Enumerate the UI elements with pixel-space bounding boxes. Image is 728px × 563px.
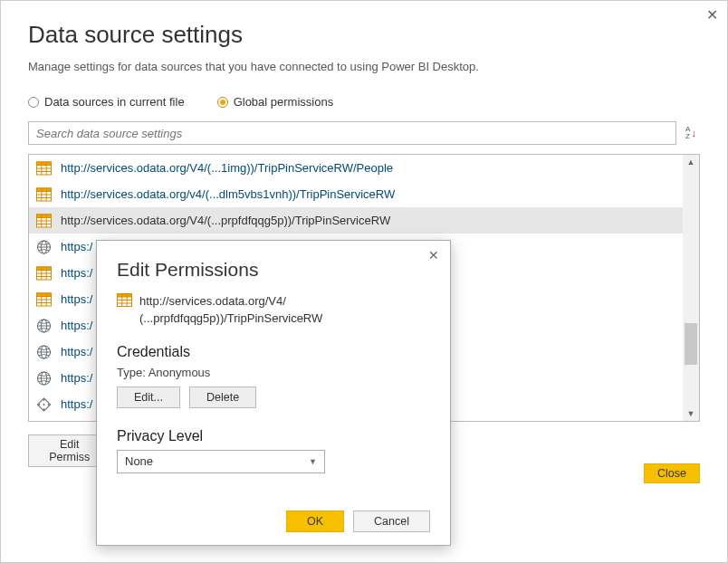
list-item-label: https:/ <box>61 292 92 306</box>
list-item[interactable]: http://services.odata.org/V4/(...prpfdfq… <box>29 207 683 234</box>
list-item[interactable]: http://services.odata.org/v4/(...dlm5vbs… <box>29 181 683 207</box>
privacy-heading: Privacy Level <box>117 428 430 444</box>
scroll-thumb[interactable] <box>685 323 697 365</box>
edit-permissions-dialog: ✕ Edit Permissions http://services.odata… <box>96 240 451 546</box>
modal-close-icon[interactable]: ✕ <box>428 248 439 262</box>
table-icon <box>36 266 52 280</box>
radio-global-permissions[interactable]: Global permissions <box>217 95 334 109</box>
list-item-label: https:/ <box>61 240 92 253</box>
sort-z: Z <box>685 133 690 140</box>
close-button[interactable]: Close <box>644 463 700 483</box>
sort-button[interactable]: A Z ↓ <box>682 124 700 142</box>
credentials-heading: Credentials <box>117 344 430 360</box>
privacy-level-value: None <box>125 454 153 468</box>
scroll-down-icon[interactable]: ▼ <box>687 406 695 421</box>
table-icon <box>117 293 132 307</box>
modal-source-text: http://services.odata.org/V4/ (...prpfdf… <box>139 293 322 328</box>
table-icon <box>36 292 52 306</box>
close-icon[interactable]: ✕ <box>706 6 718 24</box>
radio-current-file[interactable]: Data sources in current file <box>28 95 185 109</box>
radio-global-label: Global permissions <box>234 95 334 109</box>
list-item[interactable]: http://services.odata.org/V4/(...1img))/… <box>29 155 683 181</box>
list-item-label: https:/ <box>61 371 92 385</box>
list-item-label: https:/ <box>61 266 92 280</box>
delete-credentials-button[interactable]: Delete <box>189 386 256 408</box>
radio-dot-icon <box>28 97 39 108</box>
radio-current-file-label: Data sources in current file <box>44 95 185 109</box>
chevron-down-icon: ▼ <box>309 457 317 466</box>
modal-source-line2: (...prpfdfqqg5p))/TripPinServiceRW <box>139 311 322 325</box>
list-item-label: http://services.odata.org/V4/(...prpfdfq… <box>61 214 390 227</box>
table-icon <box>36 187 52 201</box>
list-item-label: https:/ <box>61 397 92 411</box>
scroll-track[interactable] <box>683 169 699 406</box>
modal-title: Edit Permissions <box>117 259 430 281</box>
page-subtitle: Manage settings for data sources that yo… <box>28 60 700 73</box>
modal-source-line1: http://services.odata.org/V4/ <box>139 294 286 308</box>
ok-button[interactable]: OK <box>286 511 344 532</box>
diamond-icon <box>36 397 52 411</box>
list-item-label: https:/ <box>61 319 92 332</box>
table-icon <box>36 214 52 227</box>
list-item-label: http://services.odata.org/V4/(...1img))/… <box>61 161 393 175</box>
list-item-label: http://services.odata.org/v4/(...dlm5vbs… <box>61 187 395 201</box>
globe-icon <box>36 240 52 253</box>
credentials-type: Type: Anonymous <box>117 366 430 379</box>
scroll-up-icon[interactable]: ▲ <box>687 155 695 169</box>
page-title: Data source settings <box>28 21 700 49</box>
radio-dot-icon <box>217 97 228 108</box>
privacy-level-select[interactable]: None ▼ <box>117 450 325 473</box>
table-icon <box>36 161 52 175</box>
globe-icon <box>36 319 52 332</box>
globe-icon <box>36 345 52 358</box>
sort-arrow-icon: ↓ <box>691 129 696 138</box>
globe-icon <box>36 371 52 385</box>
list-item-label: https:/ <box>61 345 92 358</box>
search-input[interactable] <box>28 121 676 145</box>
scrollbar[interactable]: ▲ ▼ <box>683 155 699 421</box>
cancel-button[interactable]: Cancel <box>353 511 430 532</box>
edit-credentials-button[interactable]: Edit... <box>117 386 180 408</box>
